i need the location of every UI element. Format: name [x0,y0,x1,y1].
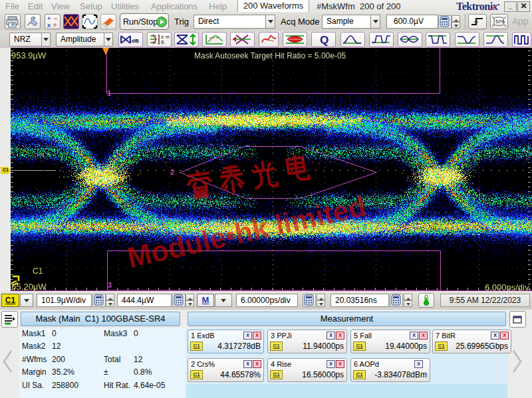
svg-text:÷: ÷ [53,22,57,29]
svg-text:+: + [47,15,51,22]
svg-text:x: x [47,22,51,29]
svg-text:dB: dB [132,38,139,44]
svg-text:50%: 50% [495,19,505,24]
svg-text:Q: Q [320,34,329,47]
svg-text:B: B [161,40,164,45]
svg-text:d: d [161,35,164,39]
svg-text:m: m [166,35,170,39]
svg-text:−: − [54,15,57,22]
